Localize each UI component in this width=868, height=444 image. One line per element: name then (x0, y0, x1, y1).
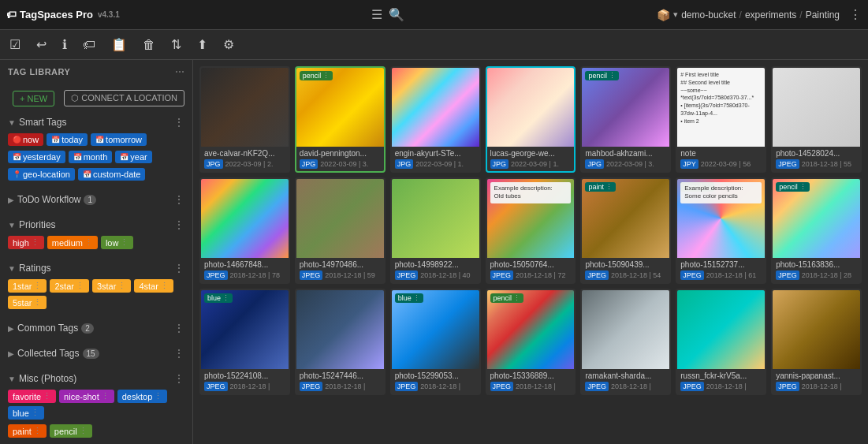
photo-tag-more[interactable]: ⋮ (799, 183, 807, 191)
upload-button[interactable]: ⬆ (194, 34, 210, 55)
collected-tags-more[interactable]: ⋮ (173, 347, 184, 360)
photo-type: JPEG (585, 382, 609, 391)
photo-card[interactable]: pencil ⋮ david-pennington... JPG 2022-03… (295, 66, 386, 173)
tag-3star[interactable]: 3star ⋮ (92, 279, 131, 293)
photo-card[interactable]: yannis-papanast... JPEG 2018-12-18 | (771, 289, 862, 395)
breadcrumb-sep-1: / (739, 9, 742, 21)
tag-1star[interactable]: 1star ⋮ (8, 279, 47, 293)
photo-card[interactable]: pencil ⋮ photo-15336889... JPEG 2018-12-… (486, 289, 576, 395)
photo-card[interactable]: # First level title## Second level title… (676, 66, 766, 173)
tag-month[interactable]: 📅 month (69, 151, 113, 163)
priorities-header[interactable]: ▼ Priorities ⋮ (0, 215, 192, 234)
photo-meta: JPEG 2018-12-18 | 72 (490, 271, 572, 280)
tag-today[interactable]: 📅 today (47, 133, 88, 146)
todo-workflow-more[interactable]: ⋮ (173, 193, 184, 206)
photo-thumbnail: blue ⋮ (201, 290, 289, 369)
tag-high[interactable]: high ⋮ (8, 236, 44, 249)
tag-year[interactable]: 📅 year (115, 151, 151, 163)
photo-name: mahbod-akhzami... (585, 149, 666, 158)
new-button[interactable]: + NEW (13, 91, 54, 106)
breadcrumb-bucket[interactable]: demo-bucket (681, 9, 736, 21)
photo-card[interactable]: pencil ⋮ photo-15163836... JPEG 2018-12-… (771, 177, 862, 284)
photo-card[interactable]: paint ⋮ photo-15090439... JPEG 2018-12-1… (580, 177, 671, 284)
photo-tag-more[interactable]: ⋮ (222, 294, 229, 302)
photo-card[interactable]: blue ⋮ photo-15224108... JPEG 2018-12-18… (199, 289, 290, 395)
tag-medium[interactable]: medium ⋮ (47, 236, 98, 249)
photo-card[interactable]: russn_fckr-krV5a... JPEG 2018-12-18 | (676, 289, 766, 395)
tag-low[interactable]: low ⋮ (101, 236, 134, 249)
more-options-icon[interactable]: ⋮ (849, 7, 862, 22)
photo-name: david-pennington... (300, 149, 381, 158)
common-tags-header[interactable]: ▶ Common Tags 2 ⋮ (0, 319, 192, 338)
photo-tag-more[interactable]: ⋮ (513, 294, 520, 302)
tag-paint[interactable]: paint ⋮ (8, 424, 47, 438)
breadcrumb-painting[interactable]: Painting (806, 9, 840, 21)
photo-tag-more[interactable]: ⋮ (605, 183, 613, 191)
priorities-chevron: ▼ (8, 221, 16, 229)
delete-button[interactable]: 🗑 (140, 35, 158, 55)
back-button[interactable]: ↩ (33, 34, 50, 55)
photo-card[interactable]: photo-14998922... JPEG 2018-12-18 | 40 (390, 177, 481, 284)
photo-card[interactable]: photo-14970486... JPEG 2018-12-18 | 59 (295, 177, 386, 284)
ratings-tags-row: 1star ⋮ 2star ⋮ 3star ⋮ 4star ⋮ 5star ⋮ (0, 278, 192, 312)
photo-card[interactable]: pencil ⋮ mahbod-akhzami... JPG 2022-03-0… (580, 66, 671, 173)
info-button[interactable]: ℹ (59, 34, 70, 55)
photo-card[interactable]: photo-14667848... JPEG 2018-12-18 | 78 (199, 177, 290, 284)
photo-date-size: 2018-12-18 | (516, 382, 556, 390)
todo-workflow-header[interactable]: ▶ ToDo Workflow 1 ⋮ (0, 190, 192, 209)
breadcrumb-experiments[interactable]: experiments (745, 9, 796, 21)
tag-button[interactable]: 🏷 (80, 35, 99, 55)
photo-card[interactable]: lucas-george-we... JPG 2022-03-09 | 1. (486, 66, 576, 173)
tag-yesterday[interactable]: 📅 yesterday (8, 151, 65, 163)
tag-now[interactable]: 🔴 now (8, 133, 43, 146)
tag-blue[interactable]: blue ⋮ (8, 406, 44, 420)
common-tags-label: Common Tags (17, 323, 78, 334)
photo-card[interactable]: ramakant-sharda... JPEG 2018-12-18 | (580, 289, 671, 395)
tag-favorite[interactable]: favorite ⋮ (8, 390, 56, 403)
tag-custom-date[interactable]: 📅 custom-date (78, 168, 146, 181)
photo-card[interactable]: Example description:Old tubes photo-1505… (486, 177, 576, 284)
connect-button[interactable]: ⬡ CONNECT A LOCATION (64, 90, 184, 106)
tag-nice-shot[interactable]: nice-shot ⋮ (59, 390, 114, 403)
settings-button[interactable]: ⚙ (220, 34, 237, 55)
smart-tags-header[interactable]: ▼ Smart Tags ⋮ (0, 113, 192, 132)
sort-button[interactable]: ⇅ (168, 34, 184, 55)
hamburger-icon[interactable]: ☰ (371, 7, 382, 22)
photo-card[interactable]: engin-akyurt-STe... JPG 2022-03-09 | 1. (390, 66, 481, 173)
select-all-button[interactable]: ☑ (6, 34, 24, 55)
collected-tags-header[interactable]: ▶ Collected Tags 15 ⋮ (0, 344, 192, 363)
tag-pencil[interactable]: pencil ⋮ (50, 424, 92, 438)
photo-name: ramakant-sharda... (585, 371, 666, 380)
smart-tags-more[interactable]: ⋮ (173, 116, 184, 129)
tag-geo-location[interactable]: 📍 geo-location (8, 168, 75, 181)
tag-tomorrow[interactable]: 📅 tomorrow (91, 133, 147, 146)
photo-meta: JPEG 2018-12-18 | 28 (776, 271, 857, 280)
photo-tag-more[interactable]: ⋮ (322, 72, 330, 80)
photo-card[interactable]: pencil ⋮ Example description:Some color … (676, 177, 766, 284)
search-icon[interactable]: 🔍 (389, 7, 404, 22)
copy-button[interactable]: 📋 (108, 34, 130, 55)
photo-tag: pencil ⋮ (776, 182, 810, 192)
photo-tag: paint ⋮ (585, 182, 616, 192)
photo-tag-more[interactable]: ⋮ (609, 72, 616, 80)
photo-card[interactable]: photo-15247446... JPEG 2018-12-18 | (295, 289, 386, 395)
photo-date-size: 2018-12-18 | (802, 382, 842, 390)
misc-photos-header[interactable]: ▼ Misc (Photos) ⋮ (0, 369, 192, 388)
misc-photos-more[interactable]: ⋮ (173, 372, 184, 385)
sidebar-options-icon[interactable]: ⋯ (175, 66, 184, 77)
tag-5star[interactable]: 5star ⋮ (8, 296, 47, 309)
photo-name: yannis-papanast... (776, 371, 857, 380)
photo-type: JPEG (585, 271, 609, 280)
priorities-more[interactable]: ⋮ (173, 218, 184, 231)
photo-tag-more[interactable]: ⋮ (413, 294, 420, 302)
ratings-header[interactable]: ▼ Ratings ⋮ (0, 259, 192, 278)
photo-card[interactable]: blue ⋮ photo-15299053... JPEG 2018-12-18… (390, 289, 481, 395)
ratings-more[interactable]: ⋮ (173, 262, 184, 274)
tag-4star[interactable]: 4star ⋮ (134, 279, 173, 293)
tag-2star[interactable]: 2star ⋮ (50, 279, 88, 293)
common-tags-more[interactable]: ⋮ (173, 322, 184, 334)
photo-info: ramakant-sharda... JPEG 2018-12-18 | (582, 369, 669, 394)
tag-desktop[interactable]: desktop ⋮ (117, 390, 168, 403)
photo-card[interactable]: photo-14528024... JPEG 2018-12-18 | 55 (771, 66, 862, 173)
photo-card[interactable]: ave-calvar-nKF2Q... JPG 2022-03-09 | 2. (199, 66, 290, 173)
